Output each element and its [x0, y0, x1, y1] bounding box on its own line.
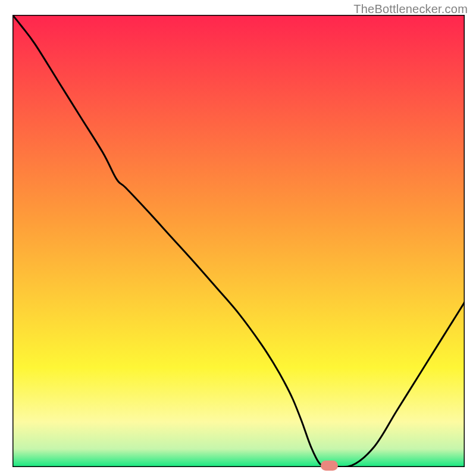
- attribution-text: TheBottlenecker.com: [353, 2, 468, 16]
- bottleneck-chart: [12, 15, 465, 467]
- chart-background-gradient: [12, 15, 465, 467]
- optimal-point-marker: [321, 461, 338, 471]
- chart-svg: [12, 15, 465, 467]
